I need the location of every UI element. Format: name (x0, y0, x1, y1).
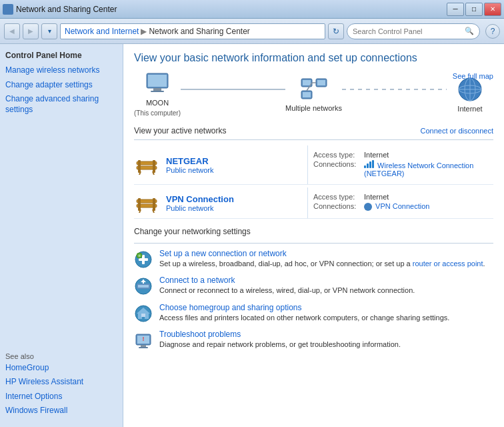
network-line-2 (342, 89, 447, 90)
svg-text:!: ! (143, 336, 145, 342)
action-homegroup-link[interactable]: Choose homegroup and sharing options (159, 303, 301, 312)
connect-disconnect-link[interactable]: Connect or disconnect (421, 127, 493, 135)
settings-title: Change your networking settings (134, 227, 251, 236)
node-network-label: Multiple networks (285, 104, 342, 112)
svg-rect-2 (153, 88, 161, 91)
vpn-access-value: Internet (364, 193, 389, 201)
content-area: View your basic network information and … (123, 44, 504, 427)
window-icon (3, 4, 13, 15)
netgear-right: Access type: Internet Connections: (307, 145, 493, 184)
sidebar-home[interactable]: Control Panel Home (5, 51, 117, 60)
netgear-name[interactable]: NETGEAR (166, 156, 214, 166)
search-box[interactable]: 🔍 (347, 23, 480, 39)
section-divider-1 (134, 139, 493, 140)
breadcrumb-current: Network and Sharing Center (149, 27, 249, 36)
netgear-bench-icon (134, 155, 159, 175)
title-bar-controls: ─ □ ✕ (447, 3, 501, 16)
address-path: Network and Internet ▶ Network and Shari… (60, 23, 325, 39)
node-computer-sublabel: (This computer) (134, 109, 181, 117)
breadcrumb-root[interactable]: Network and Internet (65, 27, 139, 36)
dropdown-button[interactable]: ▾ (41, 23, 57, 39)
see-full-map-link[interactable]: See full map (453, 72, 493, 80)
network-diagram: MOON (This computer) Multiple networks (134, 72, 493, 117)
svg-rect-49 (139, 347, 148, 348)
search-input[interactable] (353, 27, 462, 35)
computer-icon (144, 72, 171, 96)
svg-rect-7 (317, 80, 325, 85)
svg-rect-29 (138, 198, 141, 204)
svg-rect-48 (141, 345, 146, 347)
refresh-button[interactable]: ↻ (328, 23, 344, 39)
vpn-connections-row: Connections: VPN Connection (313, 202, 488, 211)
settings-header: Change your networking settings (134, 227, 493, 239)
action-setup-desc-link[interactable]: router or access point (413, 260, 483, 268)
vpn-bench-icon (134, 193, 159, 213)
sidebar-windows-firewall[interactable]: Windows Firewall (5, 406, 117, 416)
action-troubleshoot-link[interactable]: Troubleshoot problems (159, 330, 241, 339)
vpn-name[interactable]: VPN Connection (166, 194, 234, 204)
setup-icon: + (134, 250, 153, 269)
action-setup: + Set up a new connection or network Set… (134, 249, 493, 269)
search-icon: 🔍 (465, 27, 474, 35)
action-connect-content: Connect to a network Connect or reconnec… (159, 276, 415, 296)
globe-icon (457, 77, 483, 102)
action-setup-content: Set up a new connection or network Set u… (159, 249, 485, 269)
homegroup-icon (134, 304, 153, 323)
window-title: Network and Sharing Center (16, 5, 117, 14)
vpn-type[interactable]: Public network (166, 204, 234, 212)
svg-rect-3 (151, 91, 164, 92)
page-title: View your basic network information and … (134, 52, 493, 64)
action-connect-link[interactable]: Connect to a network (159, 276, 235, 285)
svg-rect-40 (138, 285, 149, 288)
netgear-connections-row: Connections: Wireless Network Connection… (313, 160, 488, 177)
vpn-access-row: Access type: Internet (313, 193, 488, 201)
action-homegroup-desc: Access files and printers located on oth… (159, 313, 449, 323)
action-setup-desc: Set up a wireless, broadband, dial-up, a… (159, 259, 485, 269)
help-button[interactable]: ? (485, 24, 500, 39)
back-button[interactable]: ◀ (4, 23, 20, 39)
svg-rect-1 (148, 75, 167, 87)
network-line-1 (181, 89, 285, 90)
sidebar-see-also-label: See also (5, 352, 117, 360)
vpn-right: Access type: Internet Connections: VPN C… (307, 187, 493, 218)
action-homegroup: Choose homegroup and sharing options Acc… (134, 303, 493, 323)
vpn-conn-link[interactable]: VPN Connection (375, 202, 429, 210)
netgear-access-value: Internet (364, 151, 389, 159)
svg-rect-9 (303, 92, 311, 97)
sidebar-homegroup[interactable]: HomeGroup (5, 363, 117, 374)
connect-icon (134, 277, 153, 296)
close-button[interactable]: ✕ (484, 3, 501, 16)
svg-rect-35 (139, 258, 148, 261)
action-troubleshoot-desc: Diagnose and repair network problems, or… (159, 340, 401, 350)
sidebar-link-wireless[interactable]: Manage wireless networks (5, 65, 117, 76)
network-icon (300, 77, 328, 101)
sidebar-link-advanced[interactable]: Change advanced sharing settings (5, 94, 117, 115)
breadcrumb-separator: ▶ (141, 27, 147, 36)
address-bar: ◀ ▶ ▾ Network and Internet ▶ Network and… (0, 19, 504, 44)
action-setup-link[interactable]: Set up a new connection or network (159, 249, 287, 258)
netgear-left: NETGEAR Public network (134, 145, 307, 184)
node-internet: Internet (447, 77, 493, 113)
action-troubleshoot-content: Troubleshoot problems Diagnose and repai… (159, 330, 401, 350)
network-entry-vpn: VPN Connection Public network Access typ… (134, 187, 493, 219)
node-internet-label: Internet (457, 105, 482, 113)
sidebar-internet-options[interactable]: Internet Options (5, 392, 117, 402)
main-layout: Control Panel Home Manage wireless netwo… (0, 44, 504, 427)
netgear-access-row: Access type: Internet (313, 151, 488, 159)
netgear-conn-label: Connections: (313, 160, 360, 168)
maximize-button[interactable]: □ (465, 3, 483, 16)
sidebar-hp-wireless[interactable]: HP Wireless Assistant (5, 377, 117, 388)
svg-rect-45 (141, 314, 145, 317)
node-network: Multiple networks (285, 77, 342, 112)
network-entry-netgear: NETGEAR Public network Access type: Inte… (134, 145, 493, 185)
action-connect: Connect to a network Connect or reconnec… (134, 276, 493, 296)
svg-rect-21 (138, 160, 141, 166)
active-networks-header: View your active networks Connect or dis… (134, 126, 493, 135)
netgear-info: NETGEAR Public network (166, 156, 214, 174)
forward-button[interactable]: ▶ (23, 23, 39, 39)
netgear-conn-link[interactable]: Wireless Network Connection (NETGEAR) (364, 161, 473, 177)
netgear-type[interactable]: Public network (166, 166, 214, 174)
minimize-button[interactable]: ─ (447, 3, 464, 16)
vpn-access-label: Access type: (313, 193, 360, 201)
sidebar-link-adapter[interactable]: Change adapter settings (5, 80, 117, 91)
